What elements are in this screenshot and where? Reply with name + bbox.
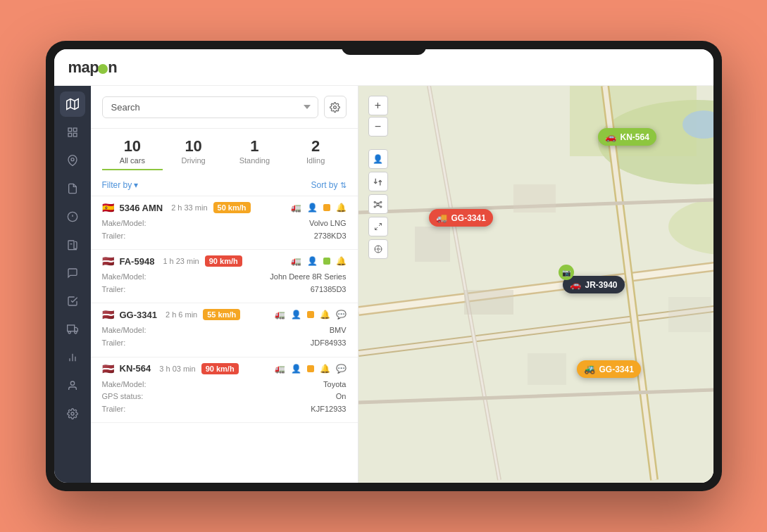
zoom-out-button[interactable]: − [368,117,388,137]
device-notch [342,41,426,55]
status-icon-yellow [307,365,314,372]
sidebar-item-fuel[interactable] [60,232,85,258]
stats-row: 10 All cars 10 Driving 1 Standing 2 Idli… [91,129,358,176]
stat-driving-count: 10 [163,137,224,156]
svg-line-53 [375,227,378,230]
speed-badge: 55 km/h [203,309,240,320]
device-frame: mapn [46,41,722,491]
sidebar-item-tasks[interactable] [60,289,85,314]
svg-rect-4 [73,128,77,132]
logo-text-after: n [108,58,117,77]
map-marker-jr3940[interactable]: 🚗 JR-3940 [563,276,625,293]
svg-rect-13 [67,325,74,331]
sort-button[interactable]: Sort by ⇅ [311,180,346,190]
sidebar-item-dashboard[interactable] [60,120,85,145]
vehicle-row-main: 🇱🇻 FA-5948 1 h 23 min 90 km/h 🚛 👤 🔔 [102,255,347,267]
vehicle-duration: 1 h 23 min [163,257,199,265]
stat-all-count: 10 [102,137,163,156]
speed-badge: 50 km/h [213,202,251,213]
svg-line-49 [378,202,381,203]
truck-icon: 🚛 [291,203,301,213]
vehicle-details: Make/Model: Volvo LNG Trailer: 2738KD3 [102,216,347,243]
svg-marker-0 [66,99,78,110]
list-item[interactable]: 🇪🇸 5346 AMN 2 h 33 min 50 km/h 🚛 👤 🔔 [91,196,358,250]
sidebar-item-location[interactable] [60,148,85,173]
stat-driving[interactable]: 10 Driving [163,137,224,170]
zoom-in-button[interactable]: + [368,96,388,115]
map-marker-kn564[interactable]: 🚗 KN-564 [598,128,656,146]
status-icon-yellow [307,311,314,318]
stat-all-cars[interactable]: 10 All cars [102,137,163,170]
car-icon: 🚗 [605,132,616,142]
trailer-value: 2738KD3 [314,230,347,243]
vehicle-duration: 3 h 03 min [159,365,195,373]
make-model-value: Toyota [323,379,346,391]
bell-icon: 🔔 [320,364,330,374]
truck-icon: 🚚 [436,213,447,223]
vehicle-plate: GG-3341 [120,310,157,320]
stat-standing-count: 1 [224,137,285,156]
svg-line-51 [378,205,381,206]
sidebar-item-vehicles[interactable] [60,317,85,342]
message-icon: 💬 [336,364,347,374]
map-marker-gg3341-tractor[interactable]: 🚜 GG-3341 [577,360,641,378]
vehicle-list: 🇪🇸 5346 AMN 2 h 33 min 50 km/h 🚛 👤 🔔 [91,196,358,483]
map-area[interactable]: + − 👤 [358,86,713,483]
panel-header: Search [91,86,358,129]
detail-make-model: Make/Model: Toyota [102,379,347,391]
sidebar-item-settings[interactable] [60,401,85,426]
truck-icon: 🚛 [275,364,285,374]
make-model-label: Make/Model: [102,324,146,337]
expand-button[interactable] [368,217,388,236]
sidebar-item-analytics[interactable] [60,345,85,370]
detail-gps: GPS status: On [102,391,347,403]
vehicle-duration: 2 h 33 min [171,203,207,212]
svg-marker-14 [74,327,77,331]
main-area: Search 10 All cars 10 Driving [54,86,713,483]
marker-label: KN-564 [621,132,649,142]
filter-button[interactable]: Filter by ▾ [102,180,139,190]
logo: mapn [68,58,118,77]
settings-button[interactable] [324,96,347,118]
sidebar-item-users[interactable] [60,373,85,398]
sidebar-item-map[interactable] [60,91,85,117]
route-button[interactable] [368,172,388,191]
bell-icon: 🔔 [320,310,330,319]
list-item[interactable]: 🇱🇻 KN-564 3 h 03 min 90 km/h 🚛 👤 🔔 💬 [91,357,358,424]
sidebar-item-alerts[interactable] [60,204,85,229]
status-icon-yellow [323,204,330,211]
cluster-button[interactable] [368,194,388,214]
trailer-label: Trailer: [102,284,126,296]
gps-value: On [336,391,347,403]
map-marker-gg3341-truck[interactable]: 🚚 GG-3341 [429,209,493,227]
sidebar-item-messages[interactable] [60,260,85,286]
sidebar-item-reports[interactable] [60,176,85,201]
streetview-button[interactable]: 👤 [368,149,388,169]
screen: mapn [54,49,713,483]
locate-button[interactable] [368,239,388,259]
stat-idling[interactable]: 2 Idling [285,137,347,170]
search-input[interactable]: Search [102,96,318,118]
filter-sort-row: Filter by ▾ Sort by ⇅ [91,176,358,196]
detail-trailer: Trailer: 2738KD3 [102,230,347,243]
trailer-label: Trailer: [102,230,126,243]
message-icon: 💬 [336,310,347,319]
vehicle-plate: FA-5948 [120,256,155,267]
gps-label: GPS status: [102,391,144,403]
flag-icon: 🇱🇻 [102,309,114,320]
svg-point-43 [377,203,379,205]
stat-standing[interactable]: 1 Standing [224,137,285,170]
marker-label: GG-3341 [451,213,486,223]
list-item[interactable]: 🇱🇻 GG-3341 2 h 6 min 55 km/h 🚛 👤 🔔 💬 [91,303,358,357]
trailer-value: JDF84933 [311,337,347,350]
flag-icon: 🇪🇸 [102,202,114,213]
vehicle-details: Make/Model: BMV Trailer: JDF84933 [102,323,347,350]
vehicle-details: Make/Model: John Deere 8R Series Trailer… [102,270,347,297]
driver-icon: 👤 [291,310,301,319]
vehicle-plate: KN-564 [120,363,151,374]
speed-badge: 90 km/h [205,255,242,267]
stat-idling-label: Idling [285,156,347,165]
flag-icon: 🇱🇻 [102,255,114,267]
list-item[interactable]: 🇱🇻 FA-5948 1 h 23 min 90 km/h 🚛 👤 🔔 [91,250,358,303]
svg-rect-41 [528,353,566,385]
